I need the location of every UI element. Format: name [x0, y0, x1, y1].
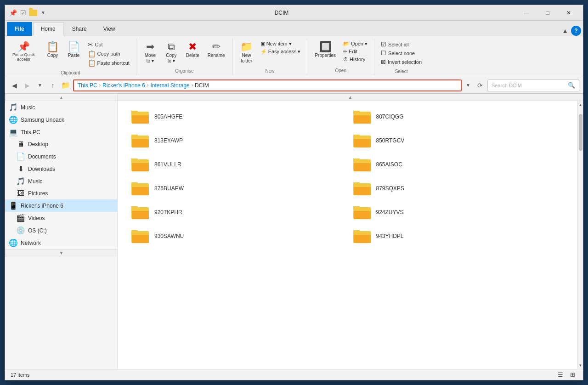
- new-item-button[interactable]: ▣ New item ▾: [258, 40, 304, 48]
- tab-share[interactable]: Share: [64, 22, 95, 36]
- select-all-button[interactable]: ☑ Select all: [378, 40, 424, 49]
- delete-icon: ✖: [188, 42, 197, 52]
- tile-view-button[interactable]: ⊞: [567, 371, 577, 379]
- cut-button[interactable]: ✂ Cut: [85, 40, 132, 49]
- quick-access-icon: 📌: [9, 9, 17, 17]
- search-box[interactable]: Search DCIM 🔍: [487, 79, 579, 91]
- rename-button[interactable]: ✏ Rename: [204, 40, 229, 60]
- drive-icon: 💿: [16, 226, 25, 235]
- sidebar-item-network[interactable]: 🌐 Network: [5, 237, 117, 249]
- title-bar: 📌 ☑ ▼ DCIM — □ ✕: [5, 5, 583, 21]
- ribbon-collapse-area: ▲ ?: [562, 26, 581, 36]
- invert-icon: ⊠: [381, 58, 386, 65]
- folder-item[interactable]: 930SAWNU: [127, 225, 347, 247]
- folder-item[interactable]: 924ZUYVS: [349, 201, 569, 223]
- back-button[interactable]: ◀: [9, 80, 20, 91]
- folder-item[interactable]: 943YHDPL: [349, 225, 569, 247]
- history-button[interactable]: ⏱ History: [340, 56, 370, 63]
- sidebar-item-desktop[interactable]: 🖥 Desktop: [5, 138, 117, 150]
- paste-button[interactable]: 📄 Paste: [64, 40, 84, 60]
- up-button[interactable]: ↑: [47, 80, 58, 91]
- folder-item[interactable]: 865AISOC: [349, 153, 569, 176]
- paste-shortcut-button[interactable]: 📋 Paste shortcut: [85, 58, 132, 68]
- properties-button[interactable]: 🔲 Properties: [311, 40, 339, 60]
- invert-selection-button[interactable]: ⊠ Invert selection: [378, 57, 424, 66]
- close-button[interactable]: ✕: [558, 5, 579, 21]
- sidebar-item-iphone[interactable]: 📱 Ricker's iPhone 6: [5, 199, 117, 212]
- new-folder-icon: 📁: [240, 42, 253, 52]
- copy-button[interactable]: 📋 Copy: [43, 40, 63, 60]
- music-icon: 🎵: [9, 103, 18, 112]
- select-group-items: ☑ Select all ☐ Select none ⊠ Invert sele…: [378, 40, 424, 68]
- folder-name: 850RTGCV: [376, 137, 405, 144]
- select-none-button[interactable]: ☐ Select none: [378, 49, 424, 57]
- folder-item[interactable]: 850RTGCV: [349, 130, 569, 152]
- view-controls: ☰ ⊞: [555, 371, 577, 379]
- svg-rect-9: [354, 115, 371, 124]
- forward-button[interactable]: ▶: [22, 80, 33, 91]
- scroll-track: [578, 108, 583, 362]
- sidebar-item-music[interactable]: 🎵 Music: [5, 175, 117, 187]
- content-scroll-up-arrow[interactable]: ▲: [118, 94, 583, 101]
- folder-item[interactable]: 807CIQGG: [349, 106, 569, 128]
- folder-item[interactable]: 861VULLR: [127, 153, 347, 176]
- sidebar-scroll-up[interactable]: ▲: [5, 94, 118, 101]
- ribbon-collapse-icon[interactable]: ▲: [562, 27, 568, 34]
- easy-access-button[interactable]: ⚡ Easy access ▾: [258, 48, 304, 56]
- pin-to-quick-access-button[interactable]: 📌 Pin to Quickaccess: [9, 40, 39, 64]
- new-folder-button[interactable]: 📁 Newfolder: [237, 40, 257, 66]
- folder-item[interactable]: 875BUAPW: [127, 177, 347, 199]
- sidebar-item-thispc[interactable]: 💻 This PC: [5, 126, 117, 138]
- recent-locations-button[interactable]: ▼: [34, 80, 45, 91]
- svg-rect-4: [132, 115, 149, 124]
- sidebar-item-pictures[interactable]: 🖼 Pictures: [5, 187, 117, 199]
- svg-rect-52: [131, 230, 138, 232]
- svg-rect-12: [131, 135, 138, 137]
- new-group-items: 📁 Newfolder ▣ New item ▾ ⚡ Easy access ▾: [237, 40, 304, 68]
- breadcrumb-storage[interactable]: Internal Storage: [150, 82, 189, 89]
- sidebar-item-music-top[interactable]: 🎵 Music: [5, 101, 117, 113]
- sidebar-item-label: Music: [21, 104, 35, 111]
- checkbox-icon: ☑: [19, 9, 27, 17]
- clipboard-group-items: 📌 Pin to Quickaccess 📋 Copy 📄 Paste: [9, 40, 132, 69]
- sidebar-item-videos[interactable]: 🎬 Videos: [5, 212, 117, 224]
- open-button[interactable]: 📂 Open ▾: [340, 40, 370, 48]
- rename-icon: ✏: [212, 42, 220, 52]
- folder-icon: [131, 181, 150, 196]
- help-button[interactable]: ?: [571, 26, 581, 36]
- sidebar-item-samsung[interactable]: 🌐 Samsung Unpack: [5, 113, 117, 126]
- sidebar-item-osc[interactable]: 💿 OS (C:): [5, 224, 117, 237]
- tab-file[interactable]: File: [7, 22, 32, 36]
- tab-home[interactable]: Home: [33, 22, 63, 36]
- folder-name: 807CIQGG: [376, 113, 404, 120]
- folder-item[interactable]: 879SQXPS: [349, 177, 569, 199]
- folder-item[interactable]: 813EYAWP: [127, 130, 347, 152]
- edit-button[interactable]: ✏ Edit: [340, 48, 370, 56]
- sidebar-item-downloads[interactable]: ⬇ Downloads: [5, 163, 117, 175]
- scroll-thumb[interactable]: [579, 114, 582, 151]
- sidebar-item-label: Downloads: [28, 166, 55, 172]
- folder-item[interactable]: 805AHGFE: [127, 106, 347, 128]
- address-dropdown-button[interactable]: ▼: [464, 79, 473, 91]
- documents-icon: 📄: [16, 152, 25, 161]
- maximize-button[interactable]: □: [537, 5, 558, 21]
- breadcrumb-dcim: DCIM: [195, 82, 209, 89]
- list-view-button[interactable]: ☰: [555, 371, 565, 379]
- folder-icon: [353, 109, 372, 124]
- breadcrumb-iphone[interactable]: Ricker's iPhone 6: [102, 82, 145, 89]
- scroll-down-arrow[interactable]: ▼: [578, 362, 583, 369]
- refresh-button[interactable]: ⟳: [475, 80, 486, 91]
- folder-icon: [353, 181, 372, 196]
- sidebar-scroll-down[interactable]: ▼: [5, 249, 118, 256]
- copy-path-button[interactable]: 📋 Copy path: [85, 49, 132, 58]
- sidebar-item-label: Ricker's iPhone 6: [21, 203, 63, 209]
- scroll-up-arrow[interactable]: ▲: [578, 101, 583, 108]
- folder-item[interactable]: 920TKPHR: [127, 201, 347, 223]
- copy-to-button[interactable]: ⧉ Copyto ▾: [161, 40, 181, 66]
- tab-view[interactable]: View: [96, 22, 123, 36]
- minimize-button[interactable]: —: [516, 5, 537, 21]
- move-to-button[interactable]: ➡ Moveto ▾: [140, 40, 160, 66]
- breadcrumb-this-pc[interactable]: This PC: [78, 82, 97, 89]
- sidebar-item-documents[interactable]: 📄 Documents: [5, 150, 117, 163]
- delete-button[interactable]: ✖ Delete: [182, 40, 203, 60]
